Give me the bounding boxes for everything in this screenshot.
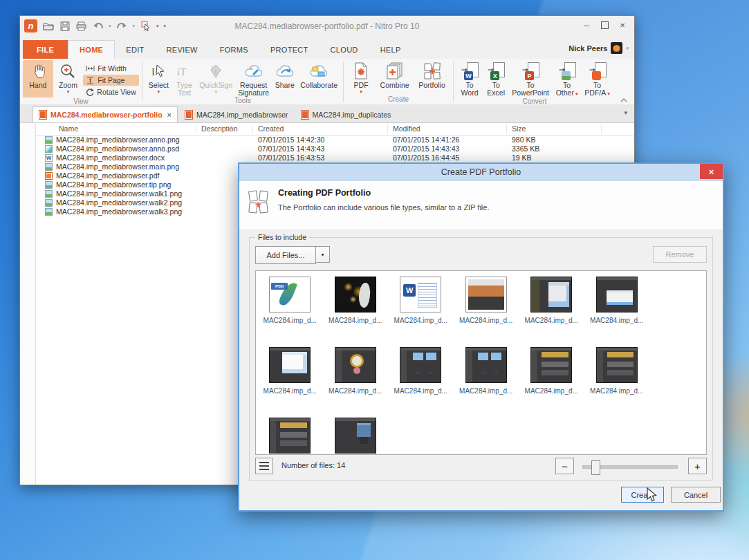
file-thumbnail[interactable]: MAC284.imp_d... xyxy=(323,277,389,347)
doc-tab-portfolio[interactable]: MAC284.mediabrowser-portfolio × xyxy=(33,106,178,122)
doc-tab-mediabrowser[interactable]: MAC284.imp_mediabrowser xyxy=(179,107,293,122)
svg-text:iT: iT xyxy=(177,66,186,77)
tab-protect[interactable]: PROTECT xyxy=(259,40,320,59)
zoom-button[interactable]: Zoom ▾ xyxy=(53,60,84,97)
file-thumbnail[interactable]: MAC284.imp_d... xyxy=(257,418,323,455)
rotate-view-icon xyxy=(86,88,94,96)
combine-button[interactable]: Combine xyxy=(376,60,414,95)
avatar[interactable] xyxy=(611,42,622,54)
maximize-icon xyxy=(601,21,609,29)
dialog-header-title: Creating PDF Portfolio xyxy=(278,188,371,198)
to-word-button[interactable]: W To Word xyxy=(456,60,483,97)
tab-help[interactable]: HELP xyxy=(369,40,412,59)
file-thumbnail[interactable]: MAC284.imp_d... xyxy=(323,347,389,418)
collaborate-button[interactable]: Collaborate xyxy=(297,60,340,97)
dialog-bottom-bar: Number of files: 14 − + xyxy=(255,458,707,476)
to-pdfa-button[interactable]: To PDF/A ▾ xyxy=(582,60,613,97)
thumbnail-image xyxy=(465,347,507,383)
thumbnail-panel[interactable]: MAC284.imp_d... MAC284.imp_d... MAC284.i… xyxy=(255,270,707,455)
file-thumbnail[interactable]: MAC284.imp_d... xyxy=(257,347,323,418)
to-excel-button[interactable]: X To Excel xyxy=(483,60,509,97)
request-signature-button[interactable]: x Request Signature xyxy=(235,60,272,97)
file-thumbnail[interactable]: MAC284.imp_d... xyxy=(454,277,519,347)
rotate-view-button[interactable]: Rotate View xyxy=(83,86,139,97)
zoom-in-button[interactable]: + xyxy=(688,458,707,474)
add-files-caret-icon[interactable]: ▾ xyxy=(316,246,330,263)
share-button[interactable]: Share xyxy=(272,60,297,97)
to-powerpoint-button[interactable]: P To PowerPoint xyxy=(509,60,552,97)
col-size[interactable]: Size xyxy=(512,123,526,135)
cancel-button[interactable]: Cancel xyxy=(671,487,721,503)
collapse-ribbon-button[interactable] xyxy=(620,98,627,102)
file-thumbnail[interactable]: MAC284.imp_d... xyxy=(323,418,389,455)
maximize-button[interactable] xyxy=(595,17,613,32)
add-files-button[interactable]: Add Files... xyxy=(255,246,316,264)
table-row[interactable]: MAC284.imp_mediabrowser.anno.png 07/01/2… xyxy=(35,136,634,144)
col-created[interactable]: Created xyxy=(258,123,284,135)
table-row[interactable]: W MAC284.imp_mediabrowser.docx 07/01/201… xyxy=(35,153,634,162)
tab-close-icon[interactable]: × xyxy=(167,111,172,119)
redo-caret-icon[interactable]: ▾ xyxy=(133,24,136,29)
zoom-out-button[interactable]: − xyxy=(555,458,574,474)
file-count-label: Number of files: 14 xyxy=(281,461,345,469)
redo-icon[interactable] xyxy=(116,20,128,32)
quicksign-icon: x xyxy=(207,62,224,80)
file-thumbnail[interactable]: MAC284.imp_d... xyxy=(584,347,650,418)
create-pdf-button[interactable]: PDF ▾ xyxy=(346,60,376,95)
nitro-logo-icon[interactable]: n xyxy=(24,19,37,32)
thumbnail-image xyxy=(596,347,638,383)
dialog-header-subtitle: The Portfolio can include various file t… xyxy=(278,203,490,212)
file-thumbnail[interactable]: MAC284.imp_d... xyxy=(519,347,584,418)
thumbnail-image xyxy=(335,418,376,454)
thumbnail-size-slider[interactable] xyxy=(582,465,678,469)
to-pdfa-icon xyxy=(589,62,607,80)
tab-forms[interactable]: FORMS xyxy=(209,40,259,59)
side-panel-strip[interactable] xyxy=(20,123,36,485)
thumbnail-image xyxy=(400,347,441,383)
file-thumbnail[interactable]: MAC284.imp_d... xyxy=(519,277,584,347)
select-tool-icon[interactable] xyxy=(140,20,151,32)
file-type-icon xyxy=(45,145,53,153)
user-account-area[interactable]: Nick Peers ▾ xyxy=(568,42,629,54)
tab-list-caret-icon[interactable]: ▾ xyxy=(624,109,627,116)
tab-cloud[interactable]: CLOUD xyxy=(320,40,369,59)
zoom-icon xyxy=(59,62,76,80)
dialog-close-button[interactable]: × xyxy=(700,164,723,179)
minimize-button[interactable]: – xyxy=(577,17,595,32)
save-icon[interactable] xyxy=(59,20,71,32)
file-thumbnail[interactable]: MAC284.imp_d... xyxy=(584,277,650,347)
hand-button[interactable]: Hand xyxy=(23,60,53,97)
tab-review[interactable]: REVIEW xyxy=(156,40,209,59)
close-button[interactable]: × xyxy=(613,17,631,32)
sort-asc-icon[interactable]: ▴ xyxy=(230,124,233,130)
add-files-split-button[interactable]: Add Files... ▾ xyxy=(255,246,330,264)
table-row[interactable]: MAC284.imp_mediabrowser.anno.psd 07/01/2… xyxy=(35,144,634,153)
undo-icon[interactable] xyxy=(92,20,104,32)
doc-tab-duplicates[interactable]: MAC284.imp_duplicates xyxy=(295,107,397,122)
fit-width-button[interactable]: Fit Width xyxy=(83,63,139,74)
slider-thumb[interactable] xyxy=(591,460,600,475)
file-type-icon xyxy=(45,172,53,180)
open-folder-icon[interactable] xyxy=(42,20,54,32)
fit-page-button[interactable]: Fit Page xyxy=(83,75,139,86)
portfolio-button[interactable]: Portfolio xyxy=(414,60,450,95)
ribbon-group-convert: W To Word X To Excel xyxy=(454,59,616,104)
thumbnail-image xyxy=(269,418,311,454)
tab-home[interactable]: HOME xyxy=(68,40,115,59)
document-tab-bar: MAC284.mediabrowser-portfolio × MAC284.i… xyxy=(20,104,634,123)
tab-file[interactable]: FILE xyxy=(23,40,68,59)
undo-caret-icon[interactable]: ▾ xyxy=(109,24,111,29)
col-name[interactable]: Name xyxy=(59,123,78,135)
print-icon[interactable] xyxy=(75,20,87,32)
list-view-button[interactable] xyxy=(255,458,273,474)
col-modified[interactable]: Modified xyxy=(393,123,420,135)
file-thumbnail[interactable]: MAC284.imp_d... xyxy=(388,277,454,347)
file-thumbnail[interactable]: MAC284.imp_d... xyxy=(454,347,519,418)
tab-edit[interactable]: EDIT xyxy=(115,40,155,59)
select-button[interactable]: I Select ▾ xyxy=(145,60,172,97)
ribbon-tabs: FILE HOME EDIT REVIEW FORMS PROTECT CLOU… xyxy=(23,40,412,59)
user-caret-icon[interactable]: ▾ xyxy=(626,46,629,51)
to-other-button[interactable]: To Other ▾ xyxy=(552,60,582,97)
file-thumbnail[interactable]: MAC284.imp_d... xyxy=(257,277,323,347)
file-thumbnail[interactable]: MAC284.imp_d... xyxy=(388,347,454,418)
